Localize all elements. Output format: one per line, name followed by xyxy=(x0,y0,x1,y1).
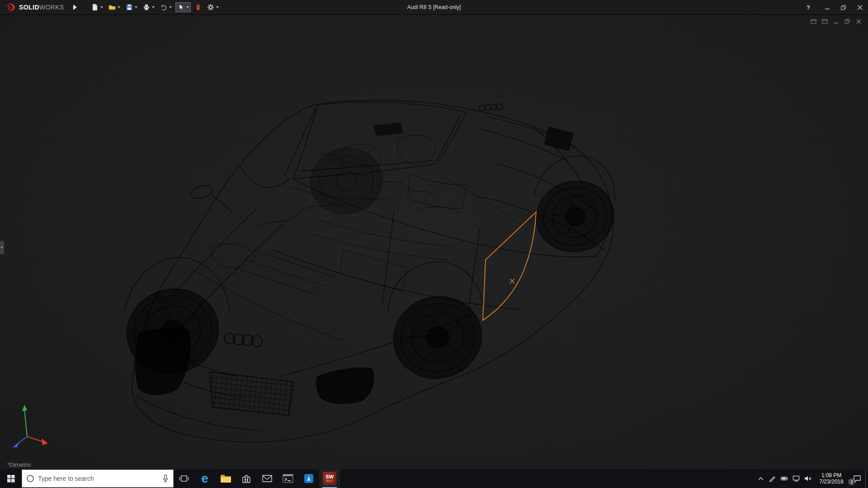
volume-muted-icon xyxy=(804,475,812,482)
undo-button[interactable] xyxy=(158,2,174,12)
document-window-controls xyxy=(811,19,862,24)
dropdown-caret-icon[interactable] xyxy=(118,6,120,8)
open-button[interactable] xyxy=(107,2,122,12)
audi-rings-rear xyxy=(479,104,503,111)
volume-tray-button[interactable] xyxy=(802,469,814,488)
dropdown-caret-icon[interactable] xyxy=(152,6,155,8)
solidworks-taskbar-button[interactable]: SW 2017 xyxy=(319,469,340,488)
save-button[interactable] xyxy=(124,2,139,12)
wheel-rear-right xyxy=(529,173,622,260)
network-tray-button[interactable] xyxy=(790,469,802,488)
mail-button[interactable] xyxy=(257,469,278,488)
mail-icon xyxy=(262,474,273,483)
rebuild-button[interactable] xyxy=(193,2,203,12)
options-button[interactable] xyxy=(205,2,221,12)
close-button[interactable] xyxy=(852,0,868,15)
audi-rings-front xyxy=(224,333,262,347)
pen-tray-button[interactable] xyxy=(767,469,778,488)
dropdown-caret-icon[interactable] xyxy=(169,6,172,8)
help-button[interactable]: ? xyxy=(800,0,816,15)
search-input[interactable] xyxy=(38,475,158,482)
store-button[interactable] xyxy=(236,469,257,488)
selected-face-highlight[interactable] xyxy=(483,212,536,320)
cortana-icon xyxy=(27,475,34,482)
minimize-button[interactable] xyxy=(819,0,835,15)
logo-text-works: WORKS xyxy=(39,4,64,11)
doc-window-icon[interactable] xyxy=(811,19,816,24)
dropdown-caret-icon[interactable] xyxy=(216,6,219,8)
orientation-triad-icon xyxy=(5,400,51,450)
restore-button[interactable] xyxy=(835,0,852,15)
print-button[interactable] xyxy=(141,2,156,12)
flyout-arrow-icon xyxy=(73,5,77,10)
menu-flyout-button[interactable] xyxy=(71,2,80,12)
command-prompt-icon xyxy=(283,474,293,483)
microphone-icon[interactable] xyxy=(162,474,169,483)
task-view-button[interactable] xyxy=(174,469,194,488)
car-grille xyxy=(210,372,294,415)
system-tray: 1:08 PM 7/23/2018 3 xyxy=(755,469,868,488)
close-icon xyxy=(858,5,863,10)
clock-time: 1:08 PM xyxy=(814,472,849,479)
file-explorer-icon xyxy=(220,474,231,483)
task-view-icon xyxy=(179,474,189,483)
edge-icon: e xyxy=(201,473,208,485)
select-button[interactable] xyxy=(175,2,191,12)
car-wireframe-model[interactable] xyxy=(0,15,868,469)
chevron-up-icon xyxy=(758,477,764,480)
doc-minimize-icon[interactable] xyxy=(833,19,839,24)
battery-icon xyxy=(781,475,788,482)
store-icon xyxy=(241,474,252,483)
wheel-front-right xyxy=(303,141,389,221)
quick-access-toolbar xyxy=(90,2,221,12)
logo-text-solid: SOLID xyxy=(19,4,39,11)
show-desktop-button[interactable] xyxy=(865,469,868,488)
dropdown-caret-icon[interactable] xyxy=(186,6,189,8)
notification-badge: 3 xyxy=(848,479,855,485)
solidworks-logo-icon xyxy=(5,3,16,12)
open-folder-icon xyxy=(108,4,116,11)
pen-icon xyxy=(769,475,776,482)
new-document-icon xyxy=(91,4,99,11)
titlebar: SOLIDWORKS xyxy=(0,0,868,15)
battery-tray-button[interactable] xyxy=(778,469,790,488)
dropdown-caret-icon[interactable] xyxy=(100,6,103,8)
new-document-button[interactable] xyxy=(90,2,105,12)
taskbar-search[interactable] xyxy=(22,469,174,488)
print-icon xyxy=(143,4,150,11)
rebuild-icon xyxy=(194,4,202,11)
view-orientation-label: *Dimetric xyxy=(7,461,31,468)
document-title: Audi R8 S [Read-only] xyxy=(407,4,461,10)
select-cursor-icon xyxy=(177,4,184,11)
doc-restore-icon[interactable] xyxy=(844,19,850,24)
windows-logo-icon xyxy=(7,475,15,483)
file-explorer-button[interactable] xyxy=(215,469,236,488)
start-button[interactable] xyxy=(0,469,22,488)
solidworks-logo: SOLIDWORKS xyxy=(0,3,64,12)
windows-taskbar: e xyxy=(0,469,868,488)
undo-icon xyxy=(160,4,167,11)
clock-date: 7/23/2018 xyxy=(814,479,849,485)
command-prompt-button[interactable] xyxy=(278,469,298,488)
solidworks-app-icon: SW 2017 xyxy=(323,472,336,485)
feature-panel-collapsed-tab[interactable] xyxy=(0,241,4,254)
taskbar-clock[interactable]: 1:08 PM 7/23/2018 xyxy=(814,472,849,485)
edge-button[interactable]: e xyxy=(194,469,215,488)
restore-icon xyxy=(841,5,846,10)
solidworks-window: SOLIDWORKS xyxy=(0,0,868,488)
doc-close-icon[interactable] xyxy=(856,19,862,24)
graphics-viewport[interactable]: *Dimetric xyxy=(0,15,868,469)
viewer-app-button[interactable] xyxy=(298,469,319,488)
save-icon xyxy=(126,4,133,11)
dropdown-caret-icon[interactable] xyxy=(135,6,137,8)
wheel-rear-left xyxy=(384,286,491,389)
minimize-icon xyxy=(825,5,830,10)
hidden-icons-button[interactable] xyxy=(755,469,767,488)
options-gear-icon xyxy=(207,4,214,11)
network-icon xyxy=(793,475,800,482)
window-controls: ? xyxy=(800,0,868,15)
viewer-app-icon xyxy=(303,473,314,484)
doc-window-icon-2[interactable] xyxy=(822,19,828,24)
action-center-button[interactable]: 3 xyxy=(849,469,865,488)
